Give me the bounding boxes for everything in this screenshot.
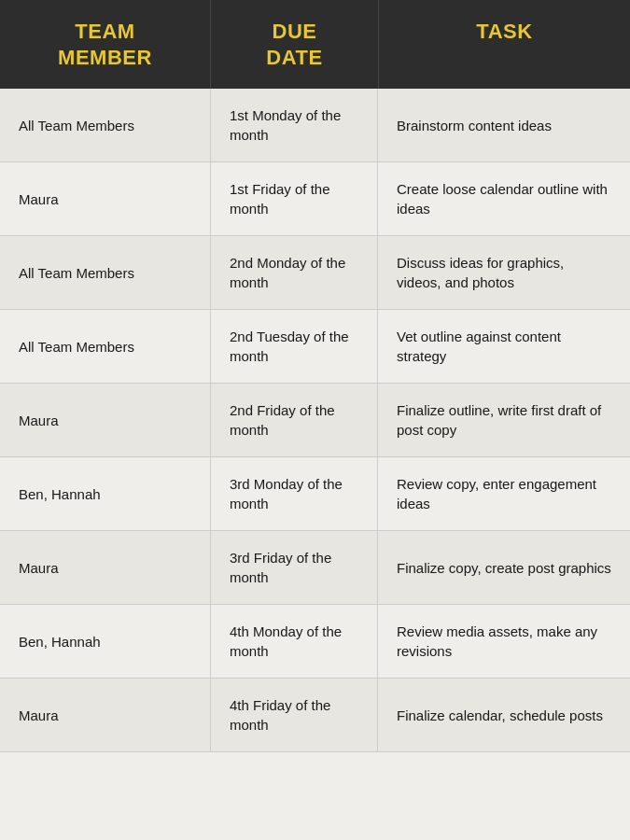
cell-member: Ben, Hannah <box>0 457 210 530</box>
table-row: Maura2nd Friday of the monthFinalize out… <box>0 384 630 457</box>
cell-due-date: 4th Monday of the month <box>210 605 378 678</box>
cell-member: Maura <box>0 162 210 235</box>
cell-member: Maura <box>0 384 210 456</box>
table-row: Ben, Hannah4th Monday of the monthReview… <box>0 605 630 679</box>
cell-task: Create loose calendar outline with ideas <box>378 162 630 235</box>
header-due-date: DUEDATE <box>210 0 378 89</box>
table-body: All Team Members1st Monday of the monthB… <box>0 89 630 752</box>
cell-due-date: 4th Friday of the month <box>210 679 378 751</box>
header-task: TASK <box>378 0 630 89</box>
cell-task: Brainstorm content ideas <box>378 89 630 161</box>
cell-due-date: 3rd Friday of the month <box>210 531 378 604</box>
table-row: Maura3rd Friday of the monthFinalize cop… <box>0 531 630 605</box>
cell-task: Vet outline against content strategy <box>378 310 630 383</box>
cell-member: Maura <box>0 679 210 751</box>
cell-task: Finalize calendar, schedule posts <box>378 679 630 751</box>
cell-task: Finalize outline, write first draft of p… <box>378 384 630 456</box>
cell-due-date: 2nd Monday of the month <box>210 236 378 309</box>
cell-task: Review copy, enter engagement ideas <box>378 457 630 530</box>
table-row: All Team Members1st Monday of the monthB… <box>0 89 630 162</box>
cell-member: Ben, Hannah <box>0 605 210 678</box>
main-table: TEAMMEMBER DUEDATE TASK All Team Members… <box>0 0 630 752</box>
cell-member: Maura <box>0 531 210 604</box>
cell-due-date: 3rd Monday of the month <box>210 457 378 530</box>
table-row: Maura4th Friday of the monthFinalize cal… <box>0 679 630 752</box>
cell-due-date: 1st Monday of the month <box>210 89 378 161</box>
cell-member: All Team Members <box>0 236 210 309</box>
table-row: All Team Members2nd Monday of the monthD… <box>0 236 630 310</box>
cell-due-date: 2nd Friday of the month <box>210 384 378 456</box>
cell-member: All Team Members <box>0 310 210 383</box>
cell-due-date: 2nd Tuesday of the month <box>210 310 378 383</box>
cell-task: Review media assets, make any revisions <box>378 605 630 678</box>
table-row: All Team Members2nd Tuesday of the month… <box>0 310 630 384</box>
cell-due-date: 1st Friday of the month <box>210 162 378 235</box>
table-row: Maura1st Friday of the monthCreate loose… <box>0 162 630 236</box>
table-row: Ben, Hannah3rd Monday of the monthReview… <box>0 457 630 531</box>
cell-task: Finalize copy, create post graphics <box>378 531 630 604</box>
cell-member: All Team Members <box>0 89 210 161</box>
table-header: TEAMMEMBER DUEDATE TASK <box>0 0 630 89</box>
header-team-member: TEAMMEMBER <box>0 0 210 89</box>
cell-task: Discuss ideas for graphics, videos, and … <box>378 236 630 309</box>
